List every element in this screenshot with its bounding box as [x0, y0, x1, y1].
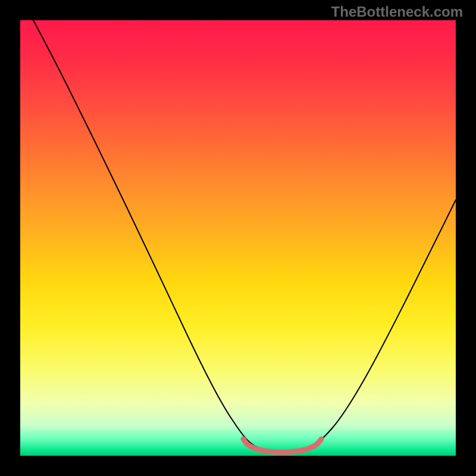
watermark-text: TheBottleneck.com — [331, 4, 463, 20]
bottleneck-curve — [33, 20, 456, 452]
chart-svg — [20, 20, 456, 456]
chart-plot-area — [20, 20, 456, 456]
optimal-band-marker — [243, 439, 321, 452]
